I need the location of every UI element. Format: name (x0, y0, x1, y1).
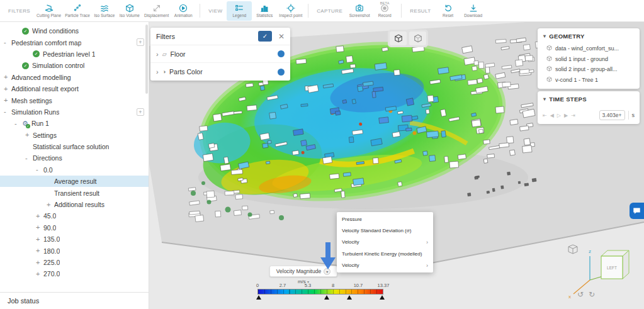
tree-item-0-0[interactable]: -0.0 (0, 164, 149, 176)
toolbar-button-animation[interactable]: Animation (171, 1, 196, 21)
tree-item-statistical-surface-solution[interactable]: Statistical surface solution (0, 141, 149, 152)
tree-item-simulation-runs[interactable]: -Simulation Runs+ (0, 106, 149, 118)
step-forward-button[interactable]: ▶ (564, 113, 568, 118)
step-back-button[interactable]: ◀ (550, 113, 554, 118)
expand-toggle-icon[interactable]: + (4, 86, 11, 93)
tree-item-270-0[interactable]: +270.0 (0, 268, 149, 279)
chevron-right-icon[interactable]: › (156, 50, 159, 58)
tree-item-90-0[interactable]: +90.0 (0, 222, 149, 233)
toolbar-button-record[interactable]: BETARecord (372, 1, 397, 21)
toolbar-button-statistics[interactable]: Statistics (252, 1, 277, 21)
tree-item-additional-results[interactable]: +Additional results (0, 199, 149, 210)
toolbar-button-displacement[interactable]: Displacement (142, 1, 171, 21)
tree-item-directions[interactable]: -Directions (0, 152, 149, 164)
tree-item-pedestrian-comfort-map[interactable]: -Pedestrian comfort map+ (0, 37, 149, 48)
collapse-toggle-icon[interactable]: - (4, 108, 11, 115)
toolbar-button-screenshot[interactable]: Screenshot (347, 1, 372, 21)
jump-first-button[interactable]: ⇤ (543, 113, 547, 118)
toolbar-button-inspect-point[interactable]: Inspect point (277, 1, 304, 21)
visibility-toggle[interactable] (278, 50, 285, 57)
rotate-ccw-button[interactable]: ↺ (577, 290, 584, 299)
expand-toggle-icon[interactable]: + (4, 74, 11, 81)
close-icon[interactable]: ✕ (278, 32, 285, 41)
toolbar-button-legend[interactable]: Legend (227, 1, 252, 21)
menu-item-pressure[interactable]: Pressure (337, 213, 433, 225)
expand-toggle-icon[interactable]: + (36, 224, 43, 231)
add-child-button[interactable]: + (137, 108, 144, 116)
menu-item-velocity[interactable]: Velocity› (337, 237, 433, 248)
tree-item-settings[interactable]: +Settings (0, 130, 149, 141)
toolbar-button-cutting-plane[interactable]: Cutting Plane (35, 1, 63, 21)
record-icon (380, 4, 389, 13)
view-cube-widget[interactable]: z x y LEFT (565, 242, 635, 300)
filter-row-parts-color[interactable]: ›◑Parts Color (150, 63, 290, 81)
expand-toggle-icon[interactable]: + (36, 271, 43, 278)
legend-marker[interactable] (256, 295, 261, 300)
time-steps-panel-header[interactable]: ▾ TIME STEPS (538, 91, 640, 106)
geometry-item-solid-2-input-group-all[interactable]: solid 2 input - group-all... (538, 64, 640, 75)
legend-marker[interactable] (324, 295, 329, 300)
collapse-toggle-icon[interactable]: - (4, 39, 11, 46)
legend-marker[interactable] (347, 295, 352, 300)
tree-item-225-0[interactable]: +225.0 (0, 257, 149, 268)
geometry-item-solid-1-input-ground[interactable]: solid 1 input - ground (538, 54, 640, 65)
geometry-item-data-wind-comfort-su[interactable]: data - wind_comfort_su... (538, 43, 640, 54)
play-button[interactable]: ▷ (557, 113, 561, 118)
geometry-item-label: data - wind_comfort_su... (555, 45, 619, 52)
transparent-view-cube-button[interactable] (409, 31, 426, 45)
tree-item-wind-conditions[interactable]: ✓Wind conditions (0, 25, 149, 37)
expand-toggle-icon[interactable]: + (36, 259, 43, 266)
tree-item-transient-result[interactable]: Transient result (0, 187, 149, 198)
tree-item-135-0[interactable]: +135.0 (0, 233, 149, 245)
solid-view-cube-button[interactable] (390, 31, 407, 45)
toolbar-button-iso-surface[interactable]: Iso Surface (92, 1, 117, 21)
tree-item-average-result[interactable]: Average result (0, 176, 149, 187)
tree-item-label: Pedestrian comfort map (11, 39, 81, 47)
expand-toggle-icon[interactable]: + (4, 97, 11, 104)
support-chat-button[interactable] (630, 203, 644, 219)
filter-row-floor[interactable]: ›▱Floor (150, 45, 290, 63)
toolbar-button-iso-volume[interactable]: Iso Volume (117, 1, 142, 21)
tree-item-mesh-settings[interactable]: +Mesh settings (0, 94, 149, 106)
expand-toggle-icon[interactable]: + (36, 247, 43, 254)
toolbar-button-particle-trace[interactable]: Particle Trace (63, 1, 92, 21)
jump-last-button[interactable]: ⇥ (571, 113, 575, 118)
visibility-toggle[interactable] (278, 69, 285, 76)
tree-item-additional-result-export[interactable]: +Additional result export (0, 83, 149, 94)
toolbar-button-download[interactable]: Download (461, 1, 486, 21)
tree-item-label: 90.0 (43, 224, 56, 232)
tree-item-180-0[interactable]: +180.0 (0, 245, 149, 256)
tree-item-45-0[interactable]: +45.0 (0, 210, 149, 222)
expand-toggle-icon[interactable]: + (25, 132, 33, 138)
job-status-bar[interactable]: Job status (0, 292, 149, 309)
expand-toggle-icon[interactable]: + (47, 201, 54, 208)
menu-item-velocity[interactable]: Velocity› (337, 260, 433, 271)
tree-item-simulation-control[interactable]: ✓Simulation control (0, 60, 149, 71)
add-child-button[interactable]: + (137, 38, 144, 46)
expand-toggle-icon[interactable]: + (36, 213, 43, 220)
collapse-toggle-icon[interactable]: - (36, 166, 43, 173)
unit-selector[interactable]: m/s ▾ (269, 279, 337, 284)
screenshot-icon (355, 4, 364, 13)
legend-marker[interactable] (380, 295, 385, 300)
rotate-cw-button[interactable]: ↻ (589, 290, 595, 299)
menu-item-velocity-standard-deviation[interactable]: Velocity Standard Deviation (σ) (337, 225, 433, 236)
tree-item-run-1[interactable]: -⚙✓Run 1 (0, 118, 149, 129)
orientation-cube[interactable]: LEFT (601, 250, 629, 279)
toolbar-button-label: Download (464, 13, 482, 18)
tree-item-pedestrian-level-1[interactable]: ✓Pedestrian level 1 (0, 48, 149, 60)
geometry-panel-header[interactable]: ▾ GEOMETRY (538, 28, 640, 43)
time-step-value-input[interactable]: 3.403e+ (599, 110, 625, 120)
geometry-cube-icon (546, 55, 555, 63)
expand-toggle-icon[interactable]: + (36, 236, 43, 243)
legend-color-bar[interactable] (257, 289, 383, 295)
collapse-toggle-icon[interactable]: - (25, 155, 33, 162)
chevron-right-icon[interactable]: › (156, 68, 159, 76)
tree-item-advanced-modelling[interactable]: +Advanced modelling (0, 72, 149, 83)
collapse-toggle-icon[interactable]: - (14, 120, 22, 127)
apply-filters-button[interactable]: ✓ (258, 31, 272, 42)
toolbar-button-reset[interactable]: Reset (436, 1, 461, 21)
tree-item-label: Additional results (54, 201, 105, 208)
geometry-item-v-cond-1-tree-1[interactable]: v-cond 1 - Tree 1 (538, 75, 640, 86)
menu-item-turbulent-kinetic-energy-modelled[interactable]: Turbulent Kinetic Energy (modelled) (337, 248, 433, 259)
